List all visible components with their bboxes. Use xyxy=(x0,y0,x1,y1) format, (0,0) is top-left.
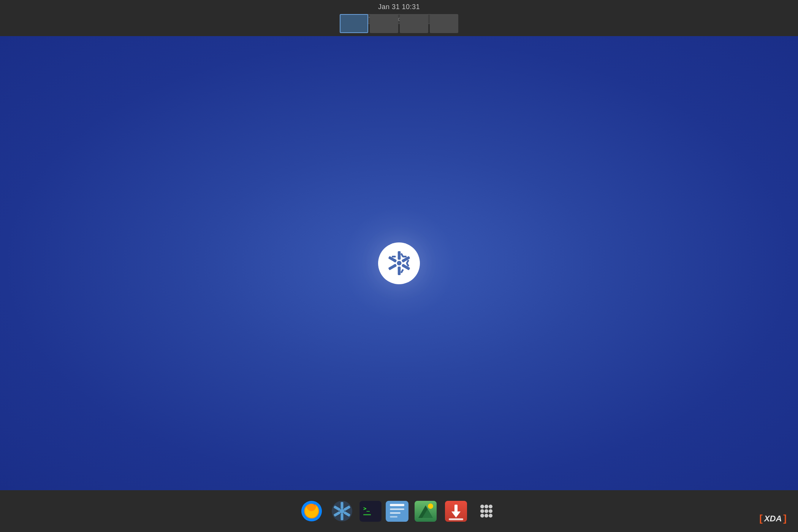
svg-rect-19 xyxy=(400,269,404,273)
xda-watermark: [ XDA ] xyxy=(759,513,787,524)
workspace-3[interactable] xyxy=(400,14,428,33)
dock-item-firefox[interactable] xyxy=(298,498,325,524)
dock: >_ xyxy=(0,490,798,532)
desktop xyxy=(0,36,798,490)
dock-item-app-grid[interactable] xyxy=(473,498,500,524)
svg-point-57 xyxy=(489,514,492,518)
svg-point-50 xyxy=(484,505,488,508)
svg-rect-33 xyxy=(363,514,371,515)
dock-item-download-manager[interactable] xyxy=(443,498,469,524)
xda-bracket-right-icon: ] xyxy=(783,513,787,524)
top-bar: Jan 31 10:31 Type to search xyxy=(0,0,798,36)
svg-point-56 xyxy=(484,514,488,518)
svg-rect-27 xyxy=(341,513,344,520)
svg-point-55 xyxy=(480,514,484,518)
svg-rect-18 xyxy=(400,253,404,257)
svg-rect-24 xyxy=(341,502,344,509)
svg-point-8 xyxy=(397,261,401,266)
svg-rect-6 xyxy=(388,264,397,271)
svg-rect-38 xyxy=(390,516,397,518)
workspaces-row xyxy=(340,14,458,33)
svg-point-52 xyxy=(480,509,484,513)
nixos-logo-circle xyxy=(378,242,420,284)
svg-rect-36 xyxy=(390,508,404,510)
svg-point-53 xyxy=(484,509,488,513)
svg-rect-31 xyxy=(359,501,382,522)
workspace-1[interactable] xyxy=(340,14,368,33)
svg-rect-35 xyxy=(390,504,404,506)
workspace-2[interactable] xyxy=(370,14,398,33)
dock-item-terminal[interactable]: >_ xyxy=(359,501,382,522)
svg-point-43 xyxy=(428,504,433,509)
svg-rect-16 xyxy=(392,256,396,258)
dock-item-notes[interactable] xyxy=(386,501,408,522)
svg-rect-48 xyxy=(449,518,463,520)
svg-point-51 xyxy=(489,505,492,508)
xda-bracket-left-icon: [ xyxy=(759,513,763,524)
datetime-display: Jan 31 10:31 xyxy=(378,3,420,11)
xda-logo: XDA xyxy=(764,514,782,524)
svg-rect-12 xyxy=(397,267,401,269)
nixos-logo xyxy=(378,242,420,284)
svg-rect-37 xyxy=(390,512,401,514)
dock-item-nix-config[interactable] xyxy=(329,498,355,524)
svg-rect-9 xyxy=(397,257,401,259)
nixos-snowflake-icon xyxy=(385,249,413,277)
dock-item-image-viewer[interactable] xyxy=(412,498,439,524)
workspace-4[interactable] xyxy=(430,14,458,33)
svg-point-49 xyxy=(480,505,484,508)
svg-point-54 xyxy=(489,509,492,513)
svg-text:>_: >_ xyxy=(363,505,370,512)
svg-point-30 xyxy=(340,509,344,513)
